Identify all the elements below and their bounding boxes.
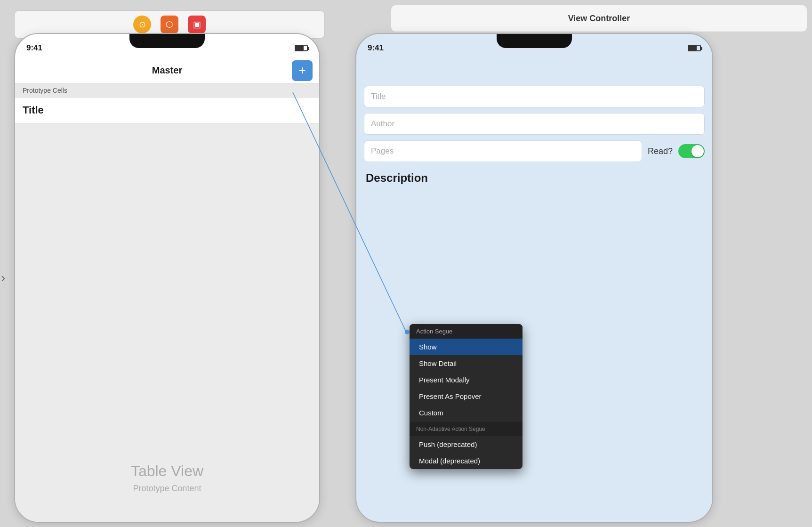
read-toggle[interactable]: [678, 144, 705, 158]
segue-item-present-modally[interactable]: Present Modally: [410, 372, 523, 388]
segue-item-push[interactable]: Push (deprecated): [410, 436, 523, 453]
action-segue-menu: Action Segue Show Show Detail Present Mo…: [410, 324, 523, 469]
left-nav-title: Master: [152, 65, 182, 76]
prototype-content-label: Prototype Content: [133, 484, 201, 494]
segue-present-popover-label: Present As Popover: [419, 392, 482, 400]
segue-non-adaptive-header: Non-Adaptive Action Segue: [410, 422, 523, 436]
left-battery-icon: [295, 45, 308, 51]
segue-menu-header: Action Segue: [410, 324, 523, 339]
author-field[interactable]: Author: [364, 113, 705, 135]
pages-read-row: Pages Read?: [364, 140, 705, 162]
pages-field[interactable]: Pages: [364, 140, 642, 162]
pages-placeholder: Pages: [371, 146, 394, 155]
title-field[interactable]: Title: [364, 86, 705, 107]
form-container: Title Author Pages Read?: [356, 57, 712, 202]
right-phone: 9:41 Title Author: [355, 33, 713, 523]
left-nav-bar: Master +: [15, 57, 319, 84]
right-status-icons: [688, 45, 701, 51]
view-controller-title: View Controller: [568, 14, 630, 24]
description-label: Description: [364, 168, 705, 192]
arrow-indicator: ›: [1, 270, 5, 285]
author-placeholder: Author: [371, 119, 394, 128]
left-phone-content: 9:41 Master + Prototype Cells: [15, 34, 319, 522]
segue-show-label: Show: [419, 343, 437, 351]
left-phone: 9:41 Master + Prototype Cells: [14, 33, 320, 523]
segue-dot: [405, 330, 410, 334]
right-battery-icon: [688, 45, 701, 51]
storyboard-icon[interactable]: ⊙: [133, 16, 151, 33]
right-notch: [497, 34, 572, 48]
segue-present-modally-label: Present Modally: [419, 376, 470, 384]
segue-item-custom[interactable]: Custom: [410, 405, 523, 421]
title-placeholder: Title: [371, 92, 386, 101]
segue-modal-label: Modal (deprecated): [419, 457, 480, 465]
scene-icon[interactable]: ⬡: [161, 16, 178, 33]
view-controller-header: View Controller: [391, 5, 807, 32]
segue-push-label: Push (deprecated): [419, 440, 477, 448]
left-phone-frame: 9:41 Master + Prototype Cells: [14, 33, 320, 523]
right-phone-frame: 9:41 Title Author: [355, 33, 713, 523]
title-cell[interactable]: Title: [15, 97, 319, 123]
add-button[interactable]: +: [292, 60, 313, 81]
segue-item-modal[interactable]: Modal (deprecated): [410, 453, 523, 469]
segue-item-show-detail[interactable]: Show Detail: [410, 355, 523, 372]
read-label: Read?: [648, 146, 673, 156]
left-notch: [129, 34, 205, 48]
table-view-label: Table View: [131, 462, 203, 480]
segue-custom-label: Custom: [419, 409, 443, 417]
layout-icon[interactable]: ▣: [188, 16, 206, 33]
toggle-thumb: [691, 145, 704, 157]
table-view-area: Table View Prototype Content: [15, 123, 319, 522]
title-cell-text: Title: [23, 104, 44, 116]
segue-show-detail-label: Show Detail: [419, 359, 457, 367]
add-icon: +: [298, 63, 306, 78]
segue-item-show[interactable]: Show: [410, 339, 523, 355]
prototype-cells-header: Prototype Cells: [15, 84, 319, 97]
left-status-time: 9:41: [26, 43, 42, 53]
segue-item-present-popover[interactable]: Present As Popover: [410, 388, 523, 405]
left-status-icons: [295, 45, 308, 51]
canvas: ⊙ ⬡ ▣ View Controller 9:41: [0, 0, 812, 527]
right-status-time: 9:41: [368, 43, 384, 53]
